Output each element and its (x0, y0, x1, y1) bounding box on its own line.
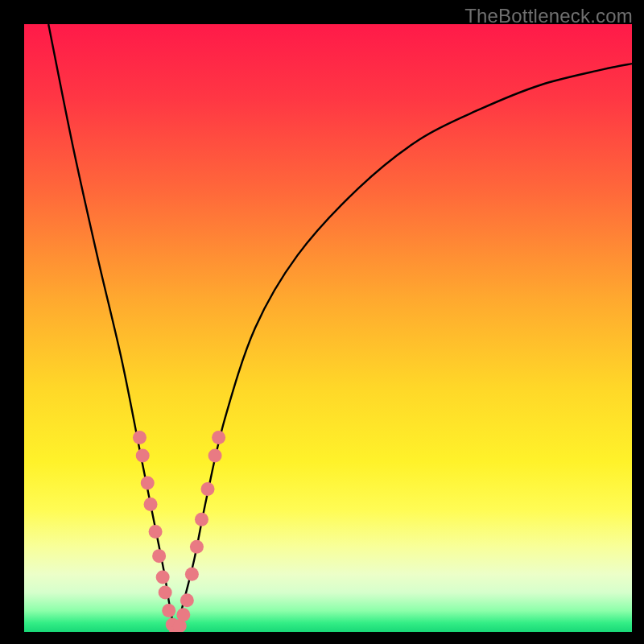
sample-dot (195, 513, 208, 526)
sample-dot (180, 593, 194, 607)
sample-dot (149, 525, 163, 539)
sample-dot (141, 477, 155, 490)
chart-frame: TheBottleneck.com (0, 0, 644, 644)
sample-dot (212, 431, 225, 444)
plot-area (24, 24, 632, 632)
sample-dot (136, 449, 150, 463)
sample-dot (152, 549, 166, 563)
sample-dot (144, 497, 158, 511)
sample-dot (133, 431, 147, 444)
sample-dot (162, 604, 175, 617)
sample-dot (208, 449, 222, 463)
curve-layer (24, 24, 632, 632)
sample-dots (133, 431, 225, 632)
sample-dot (201, 482, 215, 496)
sample-dot (190, 540, 204, 554)
watermark-text: TheBottleneck.com (464, 5, 633, 27)
sample-dot (185, 568, 199, 581)
sample-dot (176, 608, 190, 621)
bottleneck-curve (48, 24, 632, 632)
sample-dot (156, 571, 170, 584)
sample-dot (159, 585, 172, 599)
